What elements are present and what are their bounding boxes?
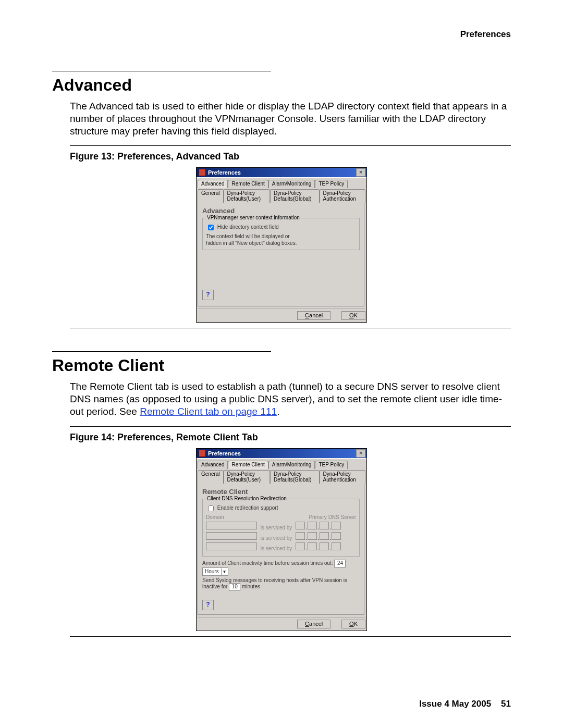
syslog-label: Send Syslog messages to receiving hosts … — [202, 577, 347, 589]
group-title: Client DNS Resolution Redirection — [206, 496, 288, 501]
figure-rule-top-2 — [70, 426, 511, 427]
tab-panel-advanced: Advanced VPNmanager server context infor… — [198, 202, 364, 306]
xref-remote-client-tab[interactable]: Remote Client tab on page 111 — [140, 406, 277, 417]
help-button[interactable]: ? — [202, 600, 214, 610]
tab-dyna-auth[interactable]: Dyna-Policy Authentication — [320, 189, 366, 203]
primary-dns-label: Primary DNS Server — [309, 514, 356, 520]
page-footer: Issue 4 May 2005 51 — [419, 699, 511, 709]
tab-general[interactable]: General — [198, 189, 224, 203]
section-rule — [52, 71, 271, 71]
ip-octet[interactable] — [308, 522, 317, 529]
cancel-button[interactable]: Cancel — [297, 620, 331, 628]
domain-field-1[interactable] — [206, 522, 257, 529]
group-title: VPNmanager server context information — [206, 215, 301, 220]
window-title: Preferences — [208, 450, 241, 456]
tab-alarm-monitoring[interactable]: Alarm/Monitoring — [268, 180, 315, 188]
ip-octet[interactable] — [296, 542, 305, 550]
cancel-button[interactable]: Cancel — [297, 311, 331, 320]
tab-row-1: Advanced Remote Client Alarm/Monitoring … — [198, 461, 365, 469]
syslog-value-field[interactable]: 10 — [229, 583, 240, 591]
tab-tep-policy[interactable]: TEP Policy — [315, 461, 348, 469]
inactivity-unit-select[interactable]: Hours ▾ — [202, 567, 228, 576]
inactivity-row: Amount of Client inactivity time before … — [202, 560, 360, 576]
group-context-info: VPNmanager server context information Hi… — [202, 218, 360, 250]
figure-caption-13: Figure 13: Preferences, Advanced Tab — [70, 151, 511, 162]
footer-issue: Issue 4 May 2005 — [419, 699, 491, 709]
hint-line-2: hidden in all "New object" dialog boxes. — [206, 240, 356, 247]
hide-context-checkbox[interactable] — [208, 225, 214, 230]
figure-rule-top — [70, 145, 511, 146]
tab-row-2: General Dyna-Policy Defaults(User) Dyna-… — [198, 470, 365, 484]
domain-field-3[interactable] — [206, 542, 257, 550]
para-remote-suffix: . — [277, 406, 279, 417]
tab-remote-client[interactable]: Remote Client — [228, 461, 268, 469]
tab-dyna-global[interactable]: Dyna-Policy Defaults(Global) — [270, 189, 319, 203]
app-icon — [199, 169, 206, 176]
tab-row-2: General Dyna-Policy Defaults(User) Dyna-… — [198, 189, 365, 203]
panel-title: Advanced — [202, 207, 360, 215]
app-icon — [199, 450, 206, 457]
figure-caption-14: Figure 14: Preferences, Remote Client Ta… — [70, 432, 511, 443]
ip-octet[interactable] — [320, 542, 329, 550]
tab-tep-policy[interactable]: TEP Policy — [315, 180, 348, 188]
hint-line-1: The context field will be displayed or — [206, 233, 356, 240]
figure-rule-bottom — [70, 328, 511, 328]
running-header: Preferences — [52, 29, 511, 40]
tab-alarm-monitoring[interactable]: Alarm/Monitoring — [268, 461, 315, 469]
dialog-button-row: Cancel OK — [198, 617, 365, 628]
serviced-by-3: is serviced by — [261, 546, 292, 551]
ip-octet[interactable] — [296, 532, 305, 540]
figure-rule-bottom-2 — [70, 636, 511, 637]
para-remote-prefix: The Remote Client tab is used to establi… — [70, 381, 502, 417]
tab-dyna-global[interactable]: Dyna-Policy Defaults(Global) — [270, 470, 319, 484]
figure-14: Preferences × Advanced Remote Client Ala… — [70, 448, 493, 631]
tab-panel-remote: Remote Client Client DNS Resolution Redi… — [198, 483, 364, 615]
syslog-row: Send Syslog messages to receiving hosts … — [202, 577, 360, 591]
enable-redirect-checkbox[interactable] — [208, 505, 214, 511]
ip-octet[interactable] — [320, 532, 329, 540]
para-remote-client: The Remote Client tab is used to establi… — [70, 380, 511, 417]
heading-remote-client: Remote Client — [52, 356, 511, 375]
chevron-down-icon: ▾ — [221, 569, 228, 575]
inactivity-label: Amount of Client inactivity time before … — [202, 560, 333, 566]
tab-row-1: Advanced Remote Client Alarm/Monitoring … — [198, 180, 365, 188]
section-rule-2 — [52, 351, 271, 352]
tab-dyna-user[interactable]: Dyna-Policy Defaults(User) — [224, 189, 271, 203]
group-dns-redirect: Client DNS Resolution Redirection Enable… — [202, 499, 360, 557]
ip-octet[interactable] — [332, 542, 341, 550]
ok-button[interactable]: OK — [341, 620, 365, 628]
close-icon[interactable]: × — [356, 168, 365, 177]
serviced-by-2: is serviced by — [261, 535, 292, 541]
hide-context-label: Hide directory context field — [217, 224, 279, 230]
ok-button[interactable]: OK — [341, 311, 365, 320]
titlebar: Preferences × — [197, 449, 366, 458]
footer-page-number: 51 — [501, 699, 511, 709]
dialog-button-row: Cancel OK — [198, 309, 365, 320]
help-button[interactable]: ? — [202, 290, 214, 300]
ip-octet[interactable] — [308, 532, 317, 540]
tab-dyna-auth[interactable]: Dyna-Policy Authentication — [320, 470, 366, 484]
para-advanced: The Advanced tab is used to either hide … — [70, 100, 511, 137]
tab-dyna-user[interactable]: Dyna-Policy Defaults(User) — [224, 470, 271, 484]
ip-octet[interactable] — [296, 522, 305, 529]
enable-redirect-label: Enable redirection support — [217, 505, 278, 511]
syslog-unit: minutes — [242, 584, 260, 589]
tab-advanced[interactable]: Advanced — [198, 461, 228, 469]
tab-remote-client[interactable]: Remote Client — [228, 180, 268, 188]
ip-octet[interactable] — [332, 522, 341, 529]
tab-general[interactable]: General — [198, 470, 224, 484]
document-page: Preferences Advanced The Advanced tab is… — [0, 0, 563, 728]
tab-advanced[interactable]: Advanced — [198, 180, 228, 188]
inactivity-value-field[interactable]: 24 — [334, 560, 346, 567]
domain-field-2[interactable] — [206, 532, 257, 540]
prefs-dialog-advanced: Preferences × Advanced Remote Client Ala… — [196, 167, 367, 323]
domain-label: Domain — [206, 514, 263, 520]
ip-octet[interactable] — [320, 522, 329, 529]
figure-13: Preferences × Advanced Remote Client Ala… — [70, 167, 493, 323]
close-icon[interactable]: × — [356, 449, 365, 458]
panel-title: Remote Client — [202, 488, 360, 496]
prefs-dialog-remote: Preferences × Advanced Remote Client Ala… — [196, 448, 367, 631]
inactivity-unit-value: Hours — [203, 569, 221, 574]
ip-octet[interactable] — [332, 532, 341, 540]
ip-octet[interactable] — [308, 542, 317, 550]
